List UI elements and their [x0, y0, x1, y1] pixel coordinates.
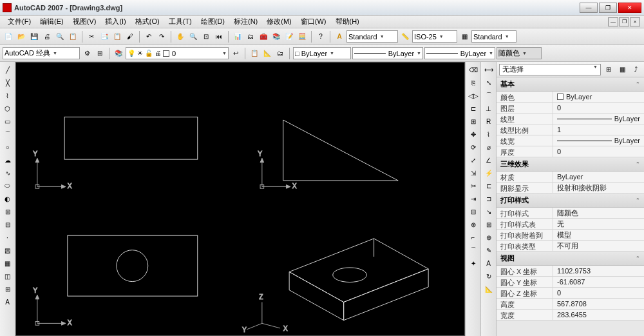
trim-icon[interactable]: ✂: [468, 180, 479, 192]
property-value[interactable]: 567.8708: [553, 299, 644, 309]
viewport-iso[interactable]: X Y Z: [241, 199, 465, 335]
designcenter-icon[interactable]: 🗂: [245, 31, 256, 43]
join-icon[interactable]: ⊕: [468, 219, 479, 230]
menu-file[interactable]: 文件(F): [4, 15, 35, 28]
zoom-icon[interactable]: 🔍: [187, 31, 199, 43]
fillet-icon[interactable]: ⌒: [468, 244, 479, 256]
chamfer-icon[interactable]: ⌐: [468, 232, 479, 243]
scale-icon[interactable]: ⤢: [468, 154, 479, 166]
rectangle-icon[interactable]: ▭: [2, 115, 14, 127]
dim-edit-icon[interactable]: ✎: [483, 244, 495, 256]
property-value[interactable]: 0: [553, 288, 644, 298]
calc-icon[interactable]: 🧮: [296, 31, 308, 43]
workspace-settings-icon[interactable]: ⚙: [81, 48, 93, 59]
color-dropdown[interactable]: □ ByLayer▼: [293, 47, 351, 59]
dim-ordinate-icon[interactable]: ⊥: [483, 103, 495, 114]
close-button[interactable]: ✕: [618, 3, 641, 13]
property-value[interactable]: ByLayer: [553, 114, 644, 124]
dim-quick-icon[interactable]: ⚡: [483, 167, 495, 179]
dim-baseline-icon[interactable]: ⊏: [483, 180, 495, 192]
print-icon[interactable]: 🖨: [41, 31, 53, 43]
property-row[interactable]: 图层0: [497, 103, 644, 114]
dim-diameter-icon[interactable]: ⌀: [483, 141, 495, 153]
property-row[interactable]: 宽度283.6455: [497, 310, 644, 321]
property-value[interactable]: -61.6087: [553, 277, 644, 287]
property-row[interactable]: 圆心 Z 坐标0: [497, 288, 644, 299]
workspace-dropdown[interactable]: AutoCAD 经典▼: [3, 47, 80, 59]
redo-icon[interactable]: ↷: [156, 31, 167, 43]
property-value[interactable]: 0: [553, 146, 644, 157]
table-style-dropdown[interactable]: Standard▼: [471, 30, 516, 43]
layer-manager-icon[interactable]: 📚: [113, 48, 124, 59]
dim-angular-icon[interactable]: ∠: [483, 154, 495, 166]
property-value[interactable]: 模型: [553, 230, 644, 240]
dim-continue-icon[interactable]: ⊐: [483, 193, 495, 204]
rotate-icon[interactable]: ⟳: [468, 141, 479, 153]
hatch-icon[interactable]: ▨: [2, 244, 14, 256]
undo-icon[interactable]: ↶: [143, 31, 155, 43]
menu-modify[interactable]: 修改(M): [263, 15, 296, 28]
property-row[interactable]: 打印表类型不可用: [497, 241, 644, 252]
menu-tools[interactable]: 工具(T): [165, 15, 196, 28]
toolpalette-icon[interactable]: 🧰: [258, 31, 269, 43]
menu-view[interactable]: 视图(V): [69, 15, 100, 28]
xline-icon[interactable]: ╳: [2, 77, 14, 88]
property-row[interactable]: 圆心 Y 坐标-61.6087: [497, 277, 644, 288]
workspace-save-icon[interactable]: ⊞: [94, 48, 106, 59]
properties-icon[interactable]: 📊: [232, 31, 243, 43]
cut-icon[interactable]: ✂: [86, 31, 97, 43]
zoom-previous-icon[interactable]: ⏮: [213, 31, 225, 43]
explode-icon[interactable]: ✦: [468, 257, 479, 269]
block-insert-icon[interactable]: ⊞: [2, 206, 14, 217]
new-icon[interactable]: 📄: [3, 31, 14, 43]
property-row[interactable]: 阴影显示投射和接收阴影: [497, 183, 644, 193]
ellipse-arc-icon[interactable]: ◐: [2, 193, 14, 204]
table-style-icon[interactable]: ▦: [459, 31, 470, 43]
revcloud-icon[interactable]: ☁: [2, 154, 14, 166]
dim-style-dropdown[interactable]: ISO-25▼: [412, 30, 457, 43]
break-icon[interactable]: ⊟: [468, 206, 479, 217]
menu-format[interactable]: 格式(O): [131, 15, 164, 28]
stretch-icon[interactable]: ⇲: [468, 167, 479, 179]
maximize-button[interactable]: ❐: [599, 3, 617, 13]
help-icon[interactable]: ?: [315, 31, 327, 43]
copy-obj-icon[interactable]: ⎘: [468, 77, 479, 88]
viewport-top[interactable]: X Y: [16, 63, 240, 199]
property-value[interactable]: 随颜色: [553, 208, 644, 218]
property-row[interactable]: 材质ByLayer: [497, 172, 644, 183]
property-value[interactable]: 0: [553, 103, 644, 113]
property-value[interactable]: ByLayer: [553, 135, 644, 146]
mdi-close[interactable]: ×: [630, 17, 640, 26]
quick-select-icon[interactable]: ⊞: [603, 64, 614, 75]
plotstyle-dropdown[interactable]: 随颜色▼: [497, 47, 542, 59]
menu-help[interactable]: 帮助(H): [332, 15, 363, 28]
dim-jogged-icon[interactable]: ⌇: [483, 128, 495, 140]
menu-window[interactable]: 窗口(W): [297, 15, 330, 28]
zoom-window-icon[interactable]: ⊡: [200, 31, 212, 43]
ellipse-icon[interactable]: ⬭: [2, 180, 14, 192]
dim-tolerance-icon[interactable]: ⊞: [483, 219, 495, 230]
text-style-icon[interactable]: A: [334, 31, 345, 43]
spline-icon[interactable]: ∿: [2, 167, 14, 179]
viewport-front[interactable]: X Y: [241, 63, 465, 199]
property-row[interactable]: 线型ByLayer: [497, 114, 644, 124]
offset-icon[interactable]: ⊏: [468, 103, 479, 114]
property-row[interactable]: 颜色ByLayer: [497, 92, 644, 103]
menu-edit[interactable]: 编辑(E): [36, 15, 68, 28]
property-row[interactable]: 线型比例1: [497, 124, 644, 135]
mtext-icon[interactable]: A: [2, 296, 14, 308]
property-row[interactable]: 打印样式表无: [497, 219, 644, 230]
extend-icon[interactable]: ⇥: [468, 193, 479, 204]
property-value[interactable]: ByLayer: [553, 92, 644, 102]
dim-center-icon[interactable]: ⊕: [483, 232, 495, 243]
dim-linear-icon[interactable]: ⟷: [483, 64, 495, 75]
region-icon[interactable]: ◫: [2, 270, 14, 282]
markup-icon[interactable]: 📝: [283, 31, 295, 43]
property-row[interactable]: 厚度0: [497, 146, 644, 157]
dim-update-icon[interactable]: ↻: [483, 270, 495, 282]
mdi-minimize[interactable]: —: [608, 17, 618, 26]
property-value[interactable]: 1: [553, 124, 644, 135]
block-make-icon[interactable]: ⊟: [2, 219, 14, 230]
dim-leader-icon[interactable]: ↘: [483, 206, 495, 217]
table-icon[interactable]: ⊞: [2, 283, 14, 295]
